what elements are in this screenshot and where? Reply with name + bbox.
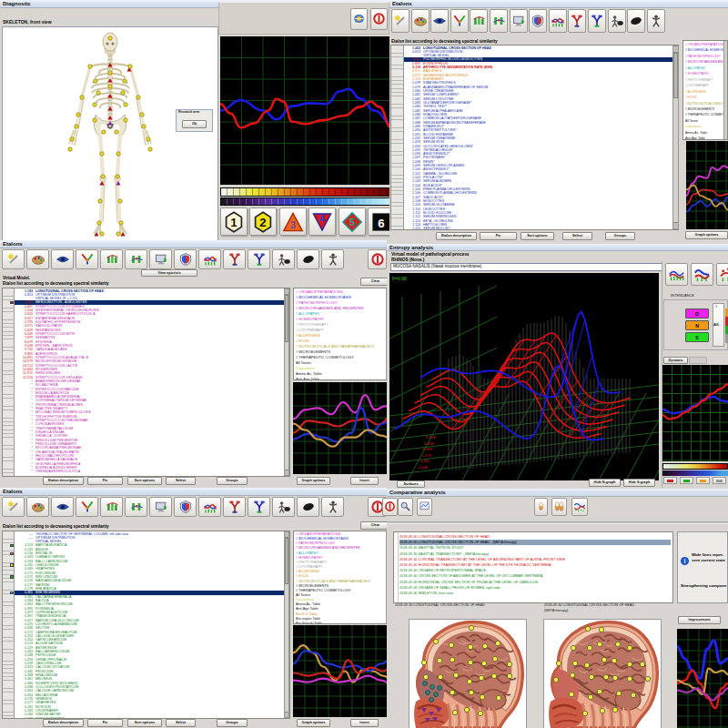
svg-text:3: 3: [290, 219, 296, 230]
svg-text:4: 4: [319, 213, 325, 224]
svg-text:6: 6: [378, 217, 384, 230]
svg-text:-2,648: -2,648: [417, 465, 429, 470]
svg-text:3,188: 3,188: [422, 447, 432, 451]
svg-text:-1,462: -1,462: [419, 459, 430, 463]
svg-text:5: 5: [349, 217, 355, 228]
svg-text:2: 2: [259, 216, 266, 229]
svg-text:5,418: 5,418: [426, 435, 436, 440]
svg-text:F=0.98: F=0.98: [392, 276, 407, 281]
svg-text:5,038: 5,038: [424, 441, 434, 446]
svg-text:1: 1: [230, 216, 237, 229]
svg-text:-1,075: -1,075: [420, 453, 432, 458]
